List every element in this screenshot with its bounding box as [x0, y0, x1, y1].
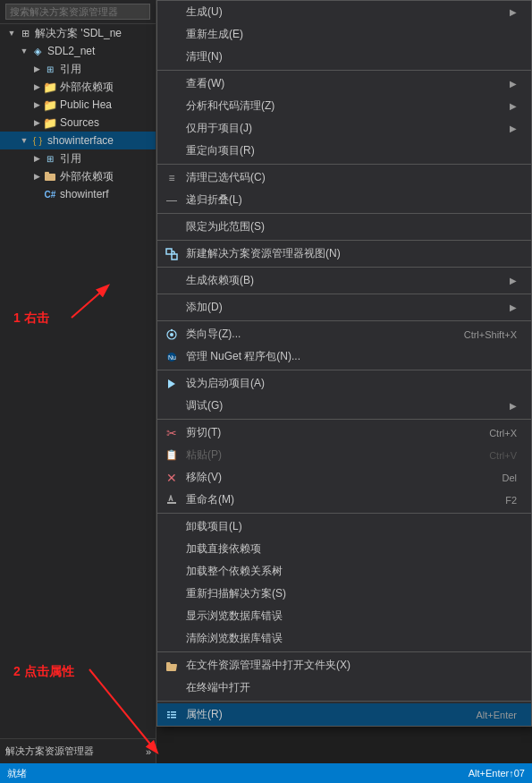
sources-arrow: [30, 116, 43, 129]
menu-showdberr[interactable]: 显示浏览数据库错误: [157, 605, 531, 627]
menu-rename[interactable]: 重命名(M) F2: [157, 489, 531, 511]
onlyproject-label: 仅用于项目(J): [186, 121, 252, 136]
limitscope-label: 限定为此范围(S): [186, 219, 265, 234]
menu-paste[interactable]: 📋 粘贴(P) Ctrl+V: [157, 444, 531, 466]
menu-collapserecur[interactable]: — 递归折叠(L): [157, 189, 531, 211]
menu-debug[interactable]: 调试(G) ▶: [157, 395, 531, 417]
add-arrow: ▶: [510, 302, 517, 312]
showdberr-label: 显示浏览数据库错误: [186, 609, 283, 624]
svg-rect-3: [172, 254, 177, 260]
sep9: [157, 419, 531, 420]
menu-openinfolder[interactable]: 在文件资源管理器中打开文件夹(X): [157, 654, 531, 677]
menu-onlyproject[interactable]: 仅用于项目(J) ▶: [157, 117, 531, 140]
folder-open-icon: [165, 659, 179, 673]
menu-limitscope[interactable]: 限定为此范围(S): [157, 216, 531, 238]
menu-redirect[interactable]: 重定向项目(R): [157, 140, 531, 162]
tree-pubhea[interactable]: 📁 Public Hea: [0, 96, 156, 114]
unload-label: 卸载项目(L): [186, 519, 242, 534]
menu-cut[interactable]: ✂ 剪切(T) Ctrl+X: [157, 421, 531, 444]
tree-dep2[interactable]: 外部依赖项: [0, 167, 156, 185]
cut-label: 剪切(T): [186, 425, 221, 440]
wizard-icon: [165, 328, 179, 342]
expand-icon[interactable]: »: [146, 746, 151, 757]
cleansel-label: 清理已选代码(C): [186, 170, 266, 185]
search-bar: [0, 0, 156, 24]
menu-clean[interactable]: 清理(N): [157, 46, 531, 68]
view-label: 查看(W): [186, 76, 224, 91]
ref1-arrow: [30, 63, 43, 75]
rename-shortcut: F2: [487, 495, 517, 506]
dep2-label: 外部依赖项: [60, 169, 114, 184]
showinterface-label: showinterface: [47, 134, 114, 147]
dep1-label: 外部依赖项: [60, 80, 114, 95]
collapse-icon: —: [165, 193, 179, 208]
openinfolder-label: 在文件资源管理器中打开文件夹(X): [186, 658, 350, 673]
menu-view[interactable]: 查看(W) ▶: [157, 72, 531, 95]
redirect-label: 重定向项目(R): [186, 143, 255, 158]
menu-analyze[interactable]: 分析和代码清理(Z) ▶: [157, 95, 531, 117]
search-input[interactable]: [5, 4, 150, 20]
menu-unload[interactable]: 卸载项目(L): [157, 515, 531, 538]
menu-wizard[interactable]: 类向导(Z)... Ctrl+Shift+X: [157, 323, 531, 345]
pubhea-arrow: [30, 98, 43, 111]
menu-generate[interactable]: 生成(U) ▶: [157, 1, 531, 23]
sep10: [157, 513, 531, 514]
svg-rect-17: [171, 714, 176, 716]
paste-icon: 📋: [165, 448, 179, 463]
rescan-label: 重新扫描解决方案(S): [186, 586, 286, 601]
menu-setstartup[interactable]: 设为启动项目(A): [157, 372, 531, 395]
paste-label: 粘贴(P): [186, 447, 222, 463]
properties-shortcut: Alt+Enter: [458, 710, 517, 720]
showinterf-arrow: [30, 188, 43, 200]
menu-loaddirect[interactable]: 加载直接依赖项: [157, 538, 531, 560]
solution-arrow: [5, 27, 18, 39]
menu-newview[interactable]: 新建解决方案资源管理器视图(N): [157, 243, 531, 265]
menu-loadall[interactable]: 加载整个依赖关系树: [157, 560, 531, 583]
newview-label: 新建解决方案资源管理器视图(N): [186, 246, 341, 261]
tree-ref2[interactable]: ⊞ 引用: [0, 149, 156, 167]
tree-ref1[interactable]: ⊞ 引用: [0, 60, 156, 78]
menu-regenerate[interactable]: 重新生成(E): [157, 23, 531, 46]
remove-label: 移除(V): [186, 470, 222, 485]
sep1: [157, 70, 531, 71]
status-label: 就绪: [7, 767, 27, 780]
ref1-icon: ⊞: [43, 62, 57, 76]
svg-marker-11: [168, 379, 175, 388]
solution-root[interactable]: ⊞ 解决方案 'SDL_ne: [0, 24, 156, 42]
ref2-icon: ⊞: [43, 151, 57, 166]
project-showinterface[interactable]: { } showinterface: [0, 132, 156, 149]
sep6: [157, 294, 531, 294]
showinterf-icon: C#: [43, 187, 57, 201]
solution-explorer-panel: ⊞ 解决方案 'SDL_ne ◈ SDL2_net ⊞ 引用 📁 外部依赖项 📁…: [0, 0, 156, 783]
generate-label: 生成(U): [186, 4, 223, 20]
tree-sources[interactable]: 📁 Sources: [0, 114, 156, 132]
nuget-label: 管理 NuGet 程序包(N)...: [186, 349, 300, 364]
collapserecur-label: 递归折叠(L): [186, 192, 242, 208]
sep2: [157, 164, 531, 165]
tree-dep1[interactable]: 📁 外部依赖项: [0, 78, 156, 96]
sep11: [157, 651, 531, 652]
ref2-label: 引用: [60, 151, 81, 166]
properties-label: 属性(R): [186, 707, 223, 722]
remove-icon: ✕: [165, 471, 179, 485]
menu-cleardberr[interactable]: 清除浏览数据库错误: [157, 627, 531, 650]
clean-label: 清理(N): [186, 49, 223, 64]
project-sdl2net[interactable]: ◈ SDL2_net: [0, 42, 156, 60]
nuget-icon: Nu: [165, 350, 179, 364]
showinterface-arrow: [18, 134, 30, 147]
menu-properties[interactable]: 属性(R) Alt+Enter: [157, 703, 531, 726]
svg-rect-12: [167, 502, 176, 504]
menu-remove[interactable]: ✕ 移除(V) Del: [157, 466, 531, 489]
cut-shortcut: Ctrl+X: [471, 428, 517, 438]
menu-openinterminal[interactable]: 在终端中打开: [157, 677, 531, 699]
sep8: [157, 370, 531, 370]
menu-add[interactable]: 添加(D) ▶: [157, 296, 531, 319]
view-arrow: ▶: [510, 79, 517, 89]
menu-rescan[interactable]: 重新扫描解决方案(S): [157, 583, 531, 605]
bottom-panel-label: 解决方案资源管理器: [5, 745, 94, 758]
menu-gendeps[interactable]: 生成依赖项(B) ▶: [157, 269, 531, 292]
newview-icon: [165, 247, 179, 261]
tree-showinterf[interactable]: C# showinterf: [0, 185, 156, 203]
menu-cleansel[interactable]: ≡ 清理已选代码(C): [157, 166, 531, 189]
menu-nuget[interactable]: Nu 管理 NuGet 程序包(N)...: [157, 345, 531, 368]
